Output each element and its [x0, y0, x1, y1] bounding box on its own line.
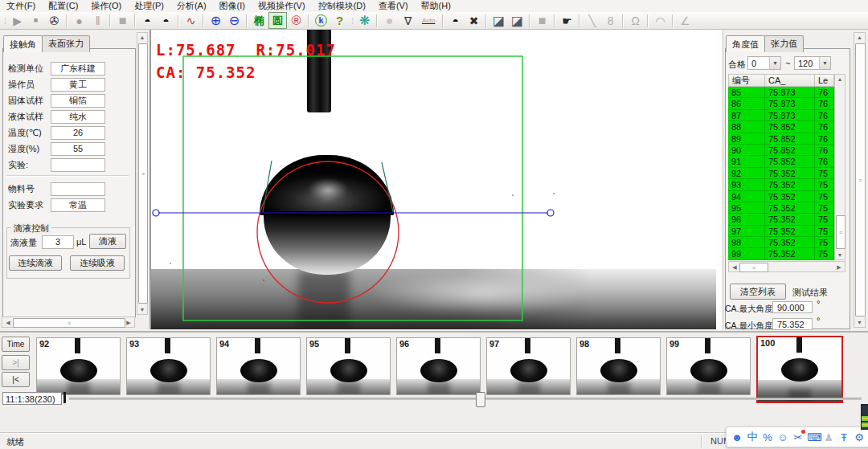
ellipse-fit-icon[interactable]: 椭 — [250, 12, 268, 29]
scroll-up-icon[interactable]: ▲ — [137, 35, 147, 40]
operator-input[interactable]: 黄工 — [51, 78, 105, 92]
table-vscrollbar[interactable]: ▲ ≡ ▼ — [834, 74, 845, 260]
sessile-drop-icon[interactable]: ◓ — [138, 12, 157, 29]
baseline-left-handle[interactable] — [153, 210, 159, 216]
temperature-input[interactable]: 26 — [51, 126, 105, 140]
scroll-left-icon[interactable]: ◀ — [730, 262, 739, 271]
record-icon[interactable]: ● — [70, 12, 88, 29]
table-row[interactable]: 9475.35275 — [728, 191, 834, 202]
drop-outline-icon[interactable]: Ω — [626, 12, 645, 29]
scroll-left-icon[interactable]: ◀ — [3, 317, 13, 327]
menu-item-5[interactable]: 分析(A) — [170, 0, 213, 12]
scroll-down-icon[interactable]: ▼ — [835, 252, 845, 258]
table-row[interactable]: 9275.35275 — [728, 168, 834, 179]
stop-icon[interactable]: ■ — [27, 12, 45, 29]
range-to-select[interactable]: 120 ▼ — [794, 56, 831, 70]
frame-thumbnail-94[interactable]: 94 — [216, 337, 301, 395]
left-panel-hscrollbar[interactable]: ◀ ≡ ▶ — [2, 316, 135, 328]
ime-voice-icon[interactable]: % — [761, 431, 774, 443]
chevron-down-icon[interactable]: ▼ — [769, 57, 780, 69]
ring-icon[interactable]: ● — [380, 12, 399, 29]
ime-account-icon[interactable]: ☻ — [731, 431, 743, 443]
k-circle-icon[interactable]: k — [312, 12, 330, 29]
table-row[interactable]: 8575.87376 — [728, 87, 834, 98]
image-icon-2[interactable]: ◪ — [508, 12, 526, 29]
frame-icon[interactable]: ■ — [533, 12, 551, 29]
line-tool-icon[interactable]: ╲ — [583, 12, 601, 29]
left-panel-vscroll-thumb[interactable]: ≡ — [138, 43, 148, 304]
frame-thumbnail-95[interactable]: 95 — [306, 337, 391, 395]
menu-item-8[interactable]: 控制模块(D) — [312, 0, 372, 12]
ime-user-icon[interactable]: ♟ — [822, 431, 835, 443]
scroll-right-icon[interactable]: ▶ — [834, 262, 844, 271]
col-ca[interactable]: CA_ — [765, 74, 815, 87]
menu-item-6[interactable]: 图像(I) — [213, 0, 252, 12]
scroll-up-icon[interactable]: ▲ — [854, 35, 865, 40]
time-button[interactable]: Time — [2, 337, 30, 352]
frame-thumbnail-96[interactable]: 96 — [396, 337, 481, 395]
ime-chinese-mode-icon[interactable]: 中 — [746, 430, 759, 444]
snapshot-icon[interactable]: ■ — [113, 12, 132, 29]
ime-skin-icon[interactable]: Ŧ — [837, 431, 850, 443]
auto-icon[interactable]: Auto — [417, 12, 440, 29]
table-row[interactable]: 9575.35275 — [728, 202, 834, 214]
frame-thumbnail-98[interactable]: 98 — [576, 337, 661, 395]
ellipse-axis-icon[interactable]: ⊖ — [225, 12, 244, 29]
requirement-input[interactable]: 常温 — [51, 198, 105, 212]
frame-slider-thumb[interactable] — [476, 392, 485, 407]
step-forward-button[interactable]: >| — [2, 355, 30, 370]
ime-screenshot-icon[interactable]: ✂ — [792, 431, 805, 443]
pause-icon[interactable]: ‖ — [88, 12, 107, 29]
menu-item-10[interactable]: 帮助(H) — [415, 0, 457, 12]
liquid-sample-input[interactable]: 纯水 — [51, 110, 105, 124]
curve-tool-icon[interactable]: 8 — [601, 12, 620, 29]
tab-surface-tension[interactable]: 表面张力 — [42, 35, 90, 52]
unit-input[interactable]: 广东科建 — [51, 62, 105, 76]
scroll-down-icon[interactable]: ▼ — [854, 320, 865, 325]
continuous-suck-button[interactable]: 连续吸液 — [70, 255, 125, 271]
left-panel-hscroll-thumb[interactable]: ≡ — [13, 318, 125, 328]
dome-outline-icon[interactable]: ◠ — [651, 12, 669, 29]
scroll-up-icon[interactable]: ▲ — [835, 76, 845, 82]
go-first-button[interactable]: |< — [2, 372, 30, 387]
video-camera-icon[interactable]: ✇ — [45, 12, 63, 29]
scroll-right-icon[interactable]: ▶ — [124, 317, 133, 327]
table-row[interactable]: 9975.35275 — [728, 248, 834, 259]
sessile-drop-alt-icon[interactable]: ◓ — [157, 12, 175, 29]
clear-list-button[interactable]: 清空列表 — [730, 284, 786, 300]
tab-contact-angle[interactable]: 接触角 — [3, 35, 43, 52]
table-row[interactable]: 9775.35275 — [728, 226, 834, 237]
humidity-input[interactable]: 55 — [51, 142, 105, 156]
menu-item-7[interactable]: 视频操作(V) — [252, 0, 312, 12]
table-row[interactable]: 9175.85276 — [728, 156, 834, 167]
col-index[interactable]: 编号 — [728, 74, 765, 87]
left-panel-vscrollbar[interactable]: ▲ ≡ ▼ — [137, 32, 148, 315]
table-hscroll-thumb[interactable]: ≡ — [739, 263, 768, 272]
play-icon[interactable]: ▶ — [8, 12, 27, 29]
circle-fit-icon[interactable]: 圆 — [268, 12, 287, 29]
col-left[interactable]: Le — [815, 74, 834, 87]
continuous-drop-button[interactable]: 连续滴液 — [9, 255, 62, 271]
table-row[interactable]: 8675.87376 — [728, 98, 834, 109]
drop-button[interactable]: 滴液 — [89, 234, 126, 249]
frame-thumbnail-100[interactable]: 100 — [756, 336, 843, 403]
menu-item-3[interactable]: 操作(O) — [84, 0, 128, 12]
cross-icon[interactable]: ✖ — [465, 12, 483, 29]
curve-chart-icon[interactable]: ∿ — [182, 12, 200, 29]
table-row[interactable]: 9375.35275 — [728, 179, 834, 190]
table-row[interactable]: 9075.85276 — [728, 145, 834, 156]
scroll-down-icon[interactable]: ▼ — [137, 307, 147, 312]
ime-settings-icon[interactable]: ⚙ — [853, 431, 866, 443]
experiment-input[interactable] — [51, 158, 105, 172]
flask-icon[interactable]: ∇ — [399, 12, 417, 29]
crosshair-icon[interactable]: ⊕ — [207, 12, 225, 29]
menu-item-9[interactable]: 查看(V) — [372, 0, 415, 12]
right-panel-vscroll-thumb[interactable]: ≡ — [855, 43, 866, 316]
table-row[interactable]: 9675.35275 — [728, 214, 834, 225]
table-row[interactable]: 9875.35275 — [728, 237, 834, 248]
drop-amount-input[interactable]: 3 — [42, 235, 74, 249]
frame-thumbnail-99[interactable]: 99 — [666, 337, 751, 395]
table-row[interactable]: 8975.85276 — [728, 133, 834, 145]
roi-rectangle[interactable] — [183, 56, 522, 320]
stamp-icon[interactable]: ® — [287, 12, 305, 29]
